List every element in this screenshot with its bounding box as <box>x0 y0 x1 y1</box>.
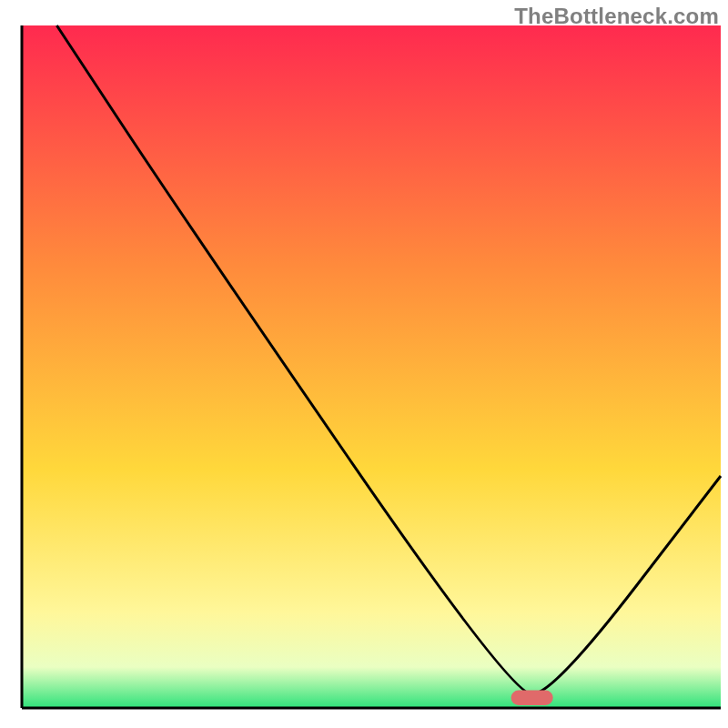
gradient-background <box>22 25 721 708</box>
watermark-text: TheBottleneck.com <box>514 4 719 29</box>
optimal-marker <box>511 691 553 706</box>
bottleneck-chart <box>0 0 728 728</box>
